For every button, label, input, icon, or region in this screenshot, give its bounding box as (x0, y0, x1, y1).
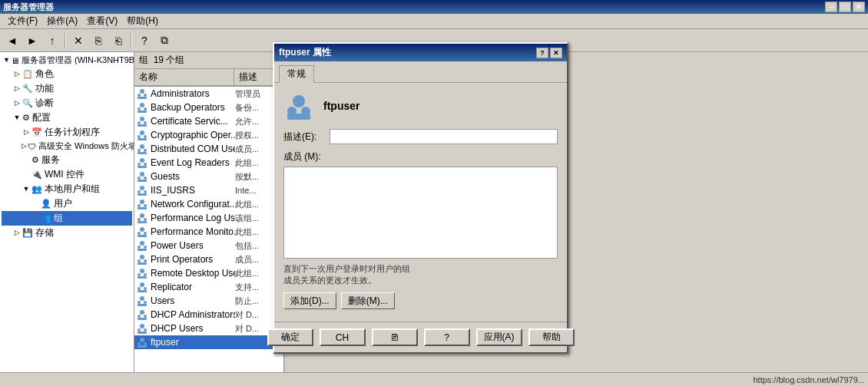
remove-member-button[interactable]: 删除(M)... (341, 292, 395, 309)
ftpuser-properties-dialog: ftpuser 属性 ? ✕ 常规 ftpuser (273, 42, 568, 354)
modal-title: ftpuser 属性 (279, 46, 536, 59)
svg-point-76 (293, 95, 305, 107)
desc-label: 描述(E): (283, 130, 330, 144)
help-button-bottom[interactable]: 帮助 (528, 328, 575, 346)
modal-help-button[interactable]: ? (536, 48, 548, 58)
tab-general[interactable]: 常规 (279, 65, 314, 83)
add-member-button[interactable]: 添加(D)... (283, 292, 336, 309)
description-input[interactable] (330, 129, 558, 144)
modal-group-name: ftpuser (323, 100, 359, 112)
members-note: 直到下一次用户登录时对用户的组成员关系的更改才生效。 (283, 263, 558, 286)
members-label: 成员 (M): (283, 150, 558, 163)
modal-close-button[interactable]: ✕ (550, 48, 562, 58)
group-avatar-icon (283, 91, 314, 121)
svg-rect-79 (287, 114, 310, 120)
modal-tabs: 常规 (274, 61, 567, 83)
cancel-button[interactable]: CH (320, 328, 366, 346)
modal-title-bar: ftpuser 属性 ? ✕ (274, 44, 567, 61)
apply-icon: 🖹 (372, 328, 418, 346)
ok-button[interactable]: 确定 (267, 328, 313, 346)
modal-body: ftpuser 描述(E): 成员 (M): 直到下一次用户登录时对用户的组成员… (274, 83, 567, 322)
modal-action-buttons: 添加(D)... 删除(M)... (283, 292, 558, 309)
members-section: 成员 (M): 直到下一次用户登录时对用户的组成员关系的更改才生效。 添加(D)… (283, 150, 558, 309)
help-icon-btn[interactable]: ? (424, 328, 470, 346)
modal-icon-row: ftpuser (283, 91, 558, 121)
modal-bottom-buttons: 确定 CH 🖹 ? 应用(A) 帮助 (274, 322, 567, 352)
modal-title-buttons: ? ✕ (536, 48, 562, 58)
modal-overlay: ftpuser 属性 ? ✕ 常规 ftpuser (0, 0, 868, 386)
description-row: 描述(E): (283, 129, 558, 144)
members-listbox[interactable] (283, 167, 558, 259)
apply-button[interactable]: 应用(A) (476, 328, 522, 346)
